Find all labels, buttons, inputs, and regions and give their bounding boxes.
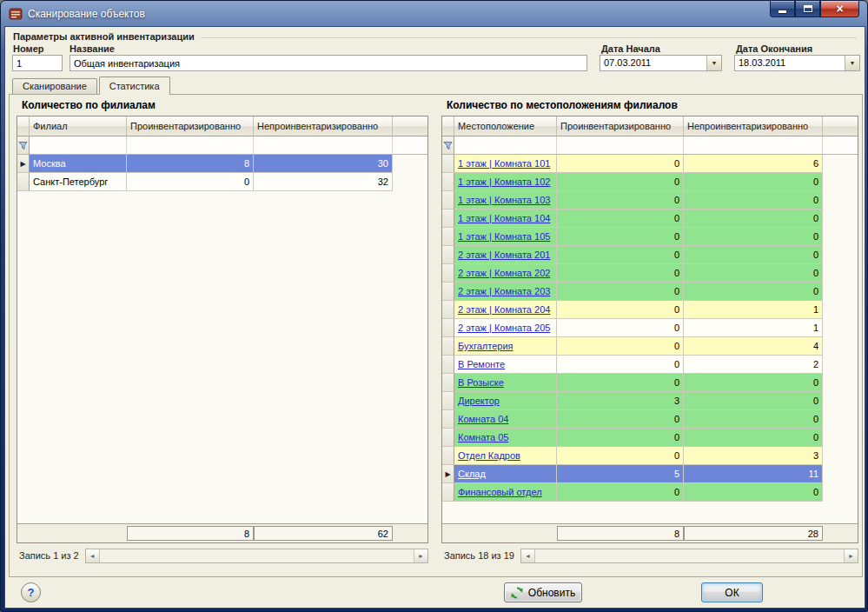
name-cell: 2 этаж | Комната 203 (454, 283, 557, 301)
location-link[interactable]: В Розыске (458, 377, 504, 388)
table-row[interactable]: Отдел Кадров03 (442, 447, 858, 465)
scroll-track[interactable] (100, 549, 414, 562)
table-row[interactable]: Санкт-Петербург032 (17, 173, 427, 191)
location-link[interactable]: 1 этаж | Комната 101 (458, 158, 550, 169)
name-cell[interactable]: Санкт-Петербург (30, 173, 127, 191)
inventoried-cell: 0 (557, 447, 684, 465)
location-link[interactable]: Склад (458, 469, 486, 479)
maximize-button[interactable] (795, 1, 820, 17)
table-row[interactable]: ▶Москва830 (17, 155, 427, 173)
table-row[interactable]: Бухгалтерия04 (442, 337, 858, 356)
branches-table: Филиал Проинвентаризированно Непроинвент… (17, 116, 428, 543)
filter-cell-branch[interactable] (30, 136, 127, 155)
table-row[interactable]: 2 этаж | Комната 20300 (442, 283, 858, 301)
row-indicator (442, 319, 454, 337)
column-header-inventoried[interactable]: Проинвентаризированно (557, 116, 684, 136)
location-link[interactable]: 2 этаж | Комната 203 (458, 286, 550, 296)
inventoried-cell: 0 (557, 283, 684, 301)
column-header-inventoried[interactable]: Проинвентаризированно (127, 116, 254, 136)
column-header-not-inventoried[interactable]: Непроинвентаризированно (684, 116, 823, 136)
inventoried-cell: 0 (557, 246, 684, 264)
row-indicator (442, 283, 454, 301)
record-counter: Запись 1 из 2 (17, 550, 85, 561)
refresh-button[interactable]: Обновить (504, 582, 582, 602)
not-inventoried-cell: 0 (684, 210, 823, 228)
number-input[interactable] (12, 55, 63, 71)
table-row[interactable]: Комната 0400 (442, 410, 858, 429)
horizontal-scrollbar[interactable]: ◄ ► (520, 549, 858, 563)
table-row[interactable]: 1 этаж | Комната 10200 (442, 173, 858, 191)
location-link[interactable]: Финансовый отдел (458, 487, 542, 497)
row-indicator (442, 264, 454, 283)
table-row[interactable]: 1 этаж | Комната 10500 (442, 228, 858, 246)
table-row[interactable]: 2 этаж | Комната 20401 (442, 301, 858, 319)
record-counter: Запись 18 из 19 (441, 550, 520, 561)
table-row[interactable]: 2 этаж | Комната 20501 (442, 319, 858, 337)
filter-cell-not-inventoried[interactable] (254, 136, 393, 155)
titlebar[interactable]: Сканирование объектов × (1, 1, 867, 26)
tab-statistics[interactable]: Статистика (99, 76, 170, 95)
inventoried-cell: 0 (557, 210, 684, 228)
filter-funnel-icon (443, 141, 453, 150)
name-cell[interactable]: Москва (30, 155, 127, 173)
horizontal-scrollbar[interactable]: ◄ ► (85, 549, 428, 563)
tab-scanning[interactable]: Сканирование (12, 78, 97, 94)
location-link[interactable]: Бухгалтерия (458, 341, 514, 351)
filter-cell-location[interactable] (454, 136, 557, 155)
table-row[interactable]: 1 этаж | Комната 10400 (442, 210, 858, 228)
scroll-track[interactable] (535, 549, 844, 562)
filter-cell-inventoried[interactable] (557, 136, 684, 155)
date-start-dropdown-button[interactable]: ▼ (706, 56, 721, 70)
filter-cell-not-inventoried[interactable] (684, 136, 823, 155)
ok-button[interactable]: ОК (701, 582, 763, 602)
table-row[interactable]: 2 этаж | Комната 20100 (442, 246, 858, 264)
row-filler (823, 447, 858, 465)
table-row[interactable]: 1 этаж | Комната 10106 (442, 155, 858, 173)
location-link[interactable]: 1 этаж | Комната 104 (458, 213, 550, 223)
minimize-button[interactable] (770, 1, 795, 17)
close-button[interactable]: × (820, 1, 859, 17)
location-link[interactable]: 1 этаж | Комната 105 (458, 231, 550, 242)
date-start-field[interactable]: 07.03.2011 ▼ (600, 55, 722, 71)
scroll-left-button[interactable]: ◄ (521, 549, 535, 562)
table-body: 1 этаж | Комната 101061 этаж | Комната 1… (442, 155, 858, 523)
name-cell: Склад (454, 465, 557, 483)
date-end-field[interactable]: 18.03.2011 ▼ (734, 55, 860, 71)
filter-cell-inventoried[interactable] (127, 136, 254, 155)
row-indicator: ▶ (442, 465, 454, 483)
location-link[interactable]: 2 этаж | Комната 201 (458, 249, 550, 260)
location-link[interactable]: В Ремонте (458, 359, 505, 369)
table-row[interactable]: ▶Склад511 (442, 465, 858, 483)
indicator-header-cell (442, 116, 454, 136)
name-cell: 2 этаж | Комната 201 (454, 246, 557, 264)
row-indicator (442, 337, 454, 356)
name-cell: 2 этаж | Комната 202 (454, 264, 557, 283)
name-input[interactable] (70, 55, 587, 71)
scroll-right-button[interactable]: ► (414, 549, 427, 562)
table-row[interactable]: 1 этаж | Комната 10300 (442, 191, 858, 210)
location-link[interactable]: Комната 04 (458, 414, 508, 424)
table-row[interactable]: Директор30 (442, 392, 858, 410)
location-link[interactable]: 2 этаж | Комната 205 (458, 323, 550, 333)
scroll-left-button[interactable]: ◄ (86, 549, 100, 562)
scroll-right-button[interactable]: ► (844, 549, 858, 562)
table-row[interactable]: Финансовый отдел00 (442, 483, 858, 502)
location-link[interactable]: 1 этаж | Комната 102 (458, 176, 550, 187)
column-header-branch[interactable]: Филиал (30, 116, 127, 136)
table-row[interactable]: В Ремонте02 (442, 356, 858, 374)
date-end-dropdown-button[interactable]: ▼ (845, 56, 859, 70)
location-link[interactable]: 1 этаж | Комната 103 (458, 195, 550, 205)
table-row[interactable]: Комната 0500 (442, 429, 858, 447)
column-header-not-inventoried[interactable]: Непроинвентаризированно (254, 116, 393, 136)
location-link[interactable]: Директор (458, 396, 500, 406)
location-link[interactable]: Комната 05 (458, 432, 508, 442)
help-button[interactable]: ? (21, 582, 41, 602)
table-row[interactable]: В Розыске00 (442, 374, 858, 392)
row-filler (823, 228, 858, 246)
location-link[interactable]: Отдел Кадров (458, 450, 520, 461)
column-header-location[interactable]: Местоположение (454, 116, 557, 136)
location-link[interactable]: 2 этаж | Комната 202 (458, 268, 550, 278)
location-link[interactable]: 2 этаж | Комната 204 (458, 304, 550, 315)
name-cell: Комната 04 (454, 410, 557, 429)
table-row[interactable]: 2 этаж | Комната 20200 (442, 264, 858, 283)
